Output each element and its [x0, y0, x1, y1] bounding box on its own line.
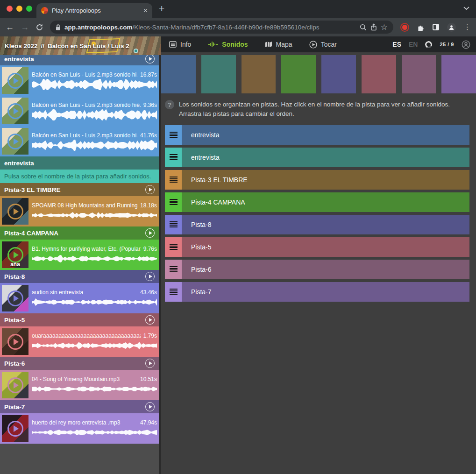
- track-section-header[interactable]: Pista-5: [0, 313, 159, 326]
- track-pad-swatch[interactable]: [321, 55, 356, 93]
- minimize-window-button[interactable]: [16, 6, 22, 12]
- bookmark-star-icon[interactable]: ☆: [381, 22, 388, 32]
- tab-close-icon[interactable]: ×: [143, 7, 148, 14]
- track-section-name[interactable]: Pista-8: [4, 273, 142, 280]
- track-section-name[interactable]: Pista-6: [4, 360, 142, 367]
- track-drag-handle[interactable]: [165, 192, 182, 212]
- track-pad-swatch[interactable]: [242, 55, 276, 93]
- extensions-puzzle-icon[interactable]: [417, 23, 425, 31]
- track-play-icon[interactable]: [145, 315, 155, 325]
- forward-button[interactable]: →: [21, 23, 29, 31]
- track-name-button[interactable]: entrevista: [182, 125, 469, 145]
- audio-clip[interactable]: Balcón en San Luis - Luis 2.mp3 sonido h…: [0, 96, 159, 126]
- clip-waveform[interactable]: [32, 297, 157, 308]
- clip-play-icon[interactable]: [7, 204, 23, 219]
- clip-play-icon[interactable]: [7, 103, 23, 119]
- clip-waveform[interactable]: [32, 427, 157, 438]
- track-name-button[interactable]: Pista-4 CAMPANA: [182, 192, 469, 212]
- close-window-button[interactable]: [7, 6, 13, 12]
- track-section-header[interactable]: Pista-8: [0, 270, 159, 283]
- audio-clip[interactable]: ouaraaaaaaaaaaaaaaaaaaaaaaaaaaaaaaaaaaaa…: [0, 326, 159, 357]
- track-row[interactable]: Pista-8: [165, 215, 469, 234]
- address-bar[interactable]: app.antropoloops.com/Kleos-Santa-Marina/…: [50, 21, 393, 34]
- clip-thumbnail[interactable]: [2, 128, 28, 155]
- track-name-button[interactable]: Pista-3 EL TIMBRE: [182, 170, 469, 190]
- clip-play-icon[interactable]: [7, 134, 23, 149]
- clip-play-icon[interactable]: [7, 73, 23, 89]
- track-row[interactable]: Pista-5: [165, 237, 469, 257]
- track-row[interactable]: Pista-3 EL TIMBRE: [165, 170, 469, 190]
- audio-clip[interactable]: 04 - Song of Yimeng Mountain.mp310.51s: [0, 370, 159, 400]
- track-pad-swatch[interactable]: [161, 55, 196, 93]
- clip-thumbnail[interactable]: [2, 285, 28, 311]
- track-drag-handle[interactable]: [165, 237, 182, 257]
- track-name-button[interactable]: Pista-7: [182, 282, 469, 302]
- track-play-icon[interactable]: [145, 359, 155, 368]
- track-pad-swatch[interactable]: [402, 55, 436, 93]
- clip-waveform[interactable]: [32, 383, 157, 395]
- browser-tab[interactable]: Play Antropoloops ×: [36, 3, 152, 18]
- clip-waveform[interactable]: [32, 253, 157, 264]
- track-play-icon[interactable]: [145, 402, 155, 411]
- track-section-name[interactable]: entrevista: [4, 160, 155, 167]
- record-extension-icon[interactable]: [402, 25, 407, 30]
- track-section-header[interactable]: Pista-3 EL TIMBRE: [0, 183, 159, 196]
- audio-clip[interactable]: Balcón en San Luis - Luis 2.mp3 sonido h…: [0, 65, 159, 96]
- clip-thumbnail[interactable]: [2, 198, 28, 225]
- clip-waveform[interactable]: [32, 79, 157, 90]
- clip-thumbnail[interactable]: aña: [2, 241, 28, 268]
- track-section-name[interactable]: Pista-5: [4, 317, 142, 324]
- nav-item-sonidos[interactable]: Sonidos: [208, 41, 248, 48]
- share-icon[interactable]: [370, 23, 377, 31]
- track-section-header[interactable]: Pista-6: [0, 357, 159, 370]
- clip-waveform[interactable]: [32, 340, 157, 351]
- track-play-icon[interactable]: [145, 228, 155, 238]
- zoom-window-button[interactable]: [26, 6, 32, 12]
- audio-clip[interactable]: SPOAMR 08 High Mountains and Running ...…: [0, 196, 159, 226]
- audio-clip[interactable]: añaB1. Hymns for purifying water, Etc. (…: [0, 240, 159, 270]
- audio-clip[interactable]: huerto del rey moro entrevista .mp347.94…: [0, 413, 159, 444]
- back-button[interactable]: ←: [6, 23, 14, 31]
- clip-thumbnail[interactable]: [2, 372, 28, 398]
- clip-waveform[interactable]: [32, 140, 157, 151]
- lang-en-button[interactable]: EN: [409, 41, 418, 48]
- clip-thumbnail[interactable]: [2, 67, 28, 94]
- clip-play-icon[interactable]: [7, 421, 23, 437]
- track-play-icon[interactable]: [145, 185, 155, 194]
- track-pad-swatch[interactable]: [441, 55, 476, 93]
- track-drag-handle[interactable]: [165, 282, 182, 302]
- clip-thumbnail[interactable]: [2, 328, 28, 355]
- track-drag-handle[interactable]: [165, 148, 182, 167]
- nav-item-tocar[interactable]: Tocar: [309, 41, 337, 49]
- audio-clip[interactable]: audion sin entrevista43.46s: [0, 283, 159, 313]
- track-play-icon[interactable]: [145, 54, 155, 64]
- nav-item-mapa[interactable]: Mapa: [265, 41, 292, 48]
- profile-avatar-icon[interactable]: [447, 23, 456, 32]
- tab-search-chevron-icon[interactable]: [463, 6, 469, 10]
- clip-thumbnail[interactable]: [2, 415, 28, 442]
- track-drag-handle[interactable]: [165, 215, 182, 234]
- clip-waveform[interactable]: [32, 109, 157, 120]
- track-name-button[interactable]: entrevista: [182, 148, 469, 167]
- clip-waveform[interactable]: [32, 210, 157, 221]
- clip-play-icon[interactable]: [7, 377, 23, 393]
- track-pad-swatch[interactable]: [281, 55, 316, 93]
- track-name-button[interactable]: Pista-8: [182, 215, 469, 234]
- lang-es-button[interactable]: ES: [392, 41, 401, 48]
- track-section-header[interactable]: entrevista: [0, 156, 159, 170]
- track-row[interactable]: Pista-6: [165, 260, 469, 279]
- track-section-name[interactable]: Pista-7: [4, 403, 142, 410]
- nav-item-info[interactable]: Info: [169, 41, 191, 48]
- new-tab-button[interactable]: +: [159, 3, 164, 14]
- reload-button[interactable]: [36, 23, 43, 31]
- window-controls[interactable]: [7, 6, 32, 12]
- track-section-name[interactable]: entrevista: [4, 56, 142, 63]
- clip-thumbnail[interactable]: [2, 98, 28, 124]
- track-section-name[interactable]: Pista-4 CAMPANA: [4, 230, 142, 237]
- account-icon[interactable]: [462, 40, 470, 49]
- clip-play-icon[interactable]: [7, 334, 23, 350]
- side-panel-icon[interactable]: [433, 24, 439, 30]
- track-pad-swatch[interactable]: [362, 55, 396, 93]
- clip-play-icon[interactable]: [7, 247, 23, 263]
- track-section-name[interactable]: Pista-3 EL TIMBRE: [4, 186, 142, 193]
